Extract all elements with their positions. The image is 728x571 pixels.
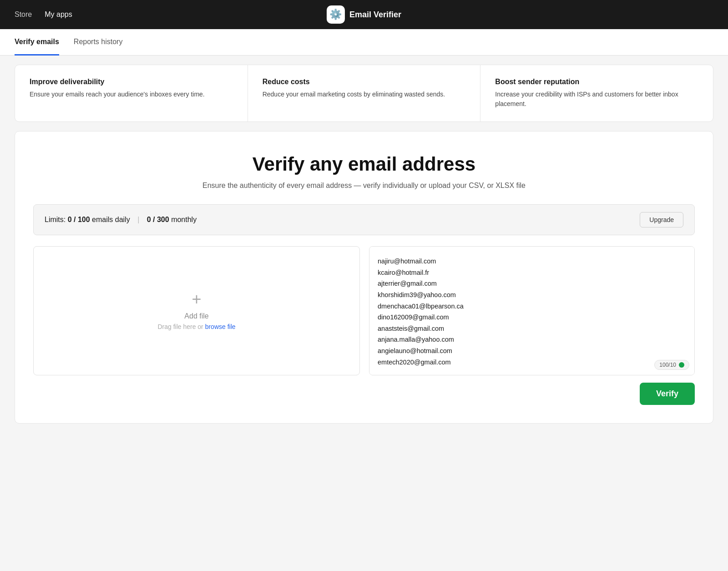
limits-daily-max: 100 [78,216,90,223]
tabs-bar: Verify emails Reports history [0,29,728,56]
counter-value: 100/10 [659,362,676,368]
promo-title-1: Improve deliverability [30,78,233,86]
limits-daily-current: 0 / [68,216,78,223]
hero-title: Verify any email address [33,153,695,175]
char-counter: 100/10 [654,360,689,370]
upgrade-button[interactable]: Upgrade [640,212,683,227]
tab-reports-history[interactable]: Reports history [74,30,123,56]
main-section: Verify any email address Ensure the auth… [15,131,713,424]
promo-item-costs: Reduce costs Reduce your email marketing… [248,65,481,121]
email-panel: najiru@hotmail.com kcairo@hotmail.fr ajt… [369,246,695,375]
store-link[interactable]: Store [15,10,32,19]
promo-item-deliverability: Improve deliverability Ensure your email… [15,65,248,121]
counter-dot-icon [679,362,684,368]
promo-body-3: Increase your credibility with ISPs and … [495,90,698,109]
limits-text: Limits: 0 / 100 emails daily | 0 / 300 m… [45,216,197,224]
panels: + Add file Drag file here or browse file… [33,246,695,375]
browse-file-link[interactable]: browse file [205,323,236,330]
promo-title-2: Reduce costs [263,78,466,86]
promo-body-1: Ensure your emails reach your audience's… [30,90,233,99]
app-title: Email Verifier [349,10,401,20]
topnav: Store My apps ⚙️ Email Verifier [0,0,728,29]
promo-title-3: Boost sender reputation [495,78,698,86]
limits-bar: Limits: 0 / 100 emails daily | 0 / 300 m… [33,204,695,235]
limits-daily-suffix: emails daily [92,216,130,223]
upload-label: Add file [184,312,208,320]
limits-monthly-suffix: monthly [171,216,197,223]
hero-subtitle: Ensure the authenticity of every email a… [33,182,695,190]
upload-sub: Drag file here or browse file [157,323,235,330]
limits-monthly-current: 0 / [147,216,157,223]
tab-verify-emails[interactable]: Verify emails [15,30,59,56]
file-upload-panel[interactable]: + Add file Drag file here or browse file [33,246,360,375]
app-icon: ⚙️ [327,5,345,24]
plus-icon: + [192,291,201,308]
verify-row: Verify [33,383,695,405]
email-textarea[interactable]: najiru@hotmail.com kcairo@hotmail.fr ajt… [369,246,695,375]
limits-monthly-max: 300 [157,216,169,223]
limits-divider: | [137,216,139,223]
promo-card: Improve deliverability Ensure your email… [15,65,713,122]
app-identity: ⚙️ Email Verifier [327,5,401,24]
promo-body-2: Reduce your email marketing costs by eli… [263,90,466,99]
myapps-link[interactable]: My apps [45,10,72,19]
verify-button[interactable]: Verify [640,383,695,405]
limits-prefix: Limits: [45,216,66,223]
promo-item-reputation: Boost sender reputation Increase your cr… [480,65,713,121]
drag-text: Drag file here or [157,323,205,330]
